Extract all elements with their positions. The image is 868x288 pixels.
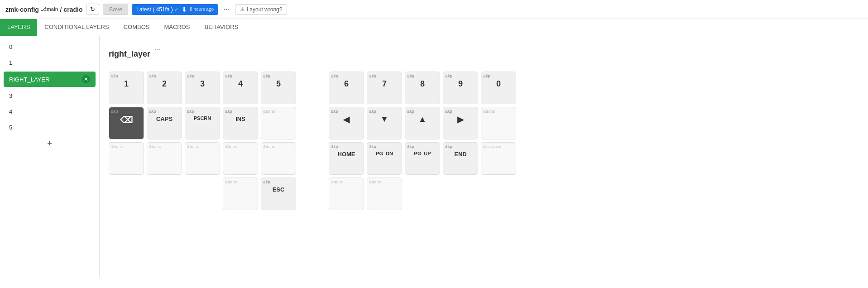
main-content: 0 1 RIGHT_LAYER ✕ 3 4 5 + right_layer ··…	[0, 36, 868, 277]
nav-tabs: LAYERS CONDITIONAL LAYERS COMBOS MACROS …	[0, 19, 868, 36]
key-pgdn[interactable]: &kp PG_DN	[367, 142, 402, 175]
latest-label: Latest ( 451fa ) ✓	[136, 6, 179, 13]
project-name: cradio	[63, 6, 82, 13]
sidebar-item-label: 1	[9, 59, 12, 66]
key-1[interactable]: &kp 1	[109, 72, 144, 104]
tab-combos[interactable]: COMBOS	[116, 19, 157, 36]
key-row-4: &trans &kp ESC &trans &trans	[109, 178, 859, 210]
tab-behaviors[interactable]: BEHAVIORS	[197, 19, 246, 36]
key-trans-r3-2[interactable]: &trans	[147, 142, 182, 175]
sidebar-item-0[interactable]: 0	[4, 40, 96, 54]
key-trans-r4-7[interactable]: &trans	[367, 178, 402, 210]
sidebar-item-label: 3	[9, 92, 12, 99]
key-down-arrow[interactable]: &kp ▼	[367, 107, 402, 139]
key-left-arrow[interactable]: &kp ◀	[329, 107, 364, 139]
layer-options-button[interactable]: ···	[155, 45, 161, 53]
sidebar-item-1[interactable]: 1	[4, 56, 96, 70]
layer-name: right_layer	[109, 49, 150, 59]
sidebar-item-3[interactable]: 3	[4, 89, 96, 103]
key-trans-r2-5[interactable]: &trans	[261, 107, 296, 139]
key-trans-r3-3[interactable]: &trans	[185, 142, 220, 175]
repo-name: zmk-config	[5, 6, 39, 13]
sidebar-item-label: 5	[9, 124, 12, 131]
key-end[interactable]: &kp END	[443, 142, 478, 175]
key-ins[interactable]: &kp INS	[223, 107, 258, 139]
key-5[interactable]: &kp 5	[261, 72, 296, 104]
latest-time: 8 hours ago	[190, 7, 214, 12]
tab-layers[interactable]: LAYERS	[0, 19, 37, 36]
sidebar: 0 1 RIGHT_LAYER ✕ 3 4 5 +	[0, 36, 100, 277]
sidebar-item-label: RIGHT_LAYER	[9, 76, 49, 83]
layer-editor: right_layer ··· &kp 1 &kp 2 &kp 3	[100, 36, 868, 277]
key-9[interactable]: &kp 9	[443, 72, 478, 104]
check-icon: ✓	[174, 6, 179, 13]
add-layer-button[interactable]: +	[4, 136, 96, 151]
save-button[interactable]: Save	[103, 4, 128, 15]
key-row-3: &trans &trans &trans &trans &trans	[109, 142, 859, 175]
remove-layer-button[interactable]: ✕	[82, 75, 90, 83]
layer-title-bar: right_layer ···	[109, 45, 859, 62]
key-0[interactable]: &kp 0	[481, 72, 516, 104]
key-trans-r2-10[interactable]: &trans	[481, 107, 516, 139]
key-7[interactable]: &kp 7	[367, 72, 402, 104]
key-trans-r3-1[interactable]: &trans	[109, 142, 144, 175]
breadcrumb: zmk-config ⎇main / cradio	[5, 6, 82, 13]
sidebar-item-label: 4	[9, 108, 12, 115]
key-caps[interactable]: &kp CAPS	[147, 107, 182, 139]
key-3[interactable]: &kp 3	[185, 72, 220, 104]
tab-macros[interactable]: MACROS	[157, 19, 197, 36]
branch-label: ⎇main	[41, 6, 58, 12]
sidebar-item-2[interactable]: RIGHT_LAYER ✕	[4, 72, 96, 87]
key-pgup[interactable]: &kp PG_UP	[405, 142, 440, 175]
key-up-arrow[interactable]: &kp ▲	[405, 107, 440, 139]
key-esc[interactable]: &kp ESC	[261, 178, 296, 210]
sidebar-item-label: 0	[9, 43, 12, 50]
keyboard-layout: &kp 1 &kp 2 &kp 3 &kp 4 &kp 5	[109, 72, 859, 210]
refresh-button[interactable]: ↻	[86, 4, 99, 15]
layout-warning-button[interactable]: ⚠ Layout wrong?	[235, 4, 287, 15]
download-icon: ⬇	[182, 6, 187, 13]
key-bootloader[interactable]: &bootloader	[481, 142, 516, 175]
key-trans-r4-6[interactable]: &trans	[329, 178, 364, 210]
more-options-button[interactable]: ···	[222, 5, 231, 14]
sidebar-item-4[interactable]: 4	[4, 105, 96, 119]
header: zmk-config ⎇main / cradio ↻ Save Latest …	[0, 0, 868, 19]
separator: /	[60, 6, 62, 13]
latest-button[interactable]: Latest ( 451fa ) ✓ ⬇ 8 hours ago	[132, 4, 218, 15]
key-2[interactable]: &kp 2	[147, 72, 182, 104]
key-trans-r3-5[interactable]: &trans	[261, 142, 296, 175]
key-backspace[interactable]: &kp ⌫	[109, 107, 144, 139]
key-trans-r3-4[interactable]: &trans	[223, 142, 258, 175]
key-6[interactable]: &kp 6	[329, 72, 364, 104]
tab-conditional-layers[interactable]: CONDITIONAL LAYERS	[37, 19, 116, 36]
key-right-arrow[interactable]: &kp ▶	[443, 107, 478, 139]
key-pscrn[interactable]: &kp PSCRN	[185, 107, 220, 139]
key-trans-r4-4[interactable]: &trans	[223, 178, 258, 210]
key-8[interactable]: &kp 8	[405, 72, 440, 104]
key-row-1: &kp 1 &kp 2 &kp 3 &kp 4 &kp 5	[109, 72, 859, 104]
key-home[interactable]: &kp HOME	[329, 142, 364, 175]
key-row-2: &kp ⌫ &kp CAPS &kp PSCRN &kp INS &trans	[109, 107, 859, 139]
key-4[interactable]: &kp 4	[223, 72, 258, 104]
sidebar-item-5[interactable]: 5	[4, 120, 96, 134]
